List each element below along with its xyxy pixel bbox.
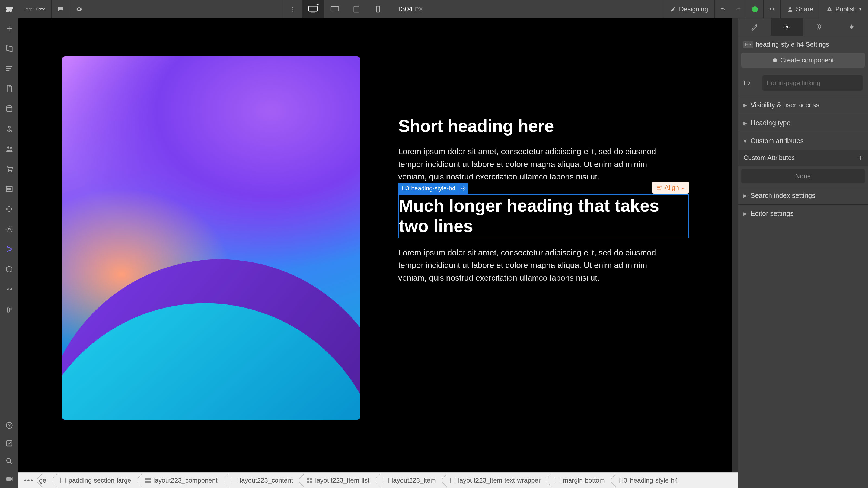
svg-line-27 (10, 462, 12, 464)
section-editor[interactable]: Editor settings (738, 205, 868, 222)
webflow-logo[interactable] (0, 0, 19, 19)
tab-style[interactable] (738, 19, 771, 35)
canvas[interactable]: Short heading here Lorem ipsum dolor sit… (19, 19, 733, 488)
designing-mode[interactable]: Designing (664, 0, 715, 19)
search-button[interactable] (0, 452, 19, 470)
selection-settings-button[interactable] (459, 183, 468, 194)
export-code-button[interactable] (763, 0, 780, 19)
box-icon (231, 478, 237, 483)
section-heading-type[interactable]: Heading type (738, 114, 868, 132)
caret-right-icon (744, 209, 747, 218)
caret-down-icon (744, 137, 747, 145)
paragraph-2[interactable]: Lorem ipsum dolor sit amet, consectetur … (398, 247, 675, 284)
align-label: Align (664, 184, 679, 191)
device-desktop[interactable] (324, 0, 346, 19)
device-switcher: ✦ (302, 0, 389, 19)
canvas-width: 1304 (397, 5, 413, 13)
page-selector[interactable]: Page: Home (19, 0, 52, 19)
users-panel-button[interactable] (0, 139, 19, 159)
svg-point-16 (10, 147, 12, 149)
device-tablet[interactable] (346, 0, 367, 19)
audit-button[interactable] (0, 434, 19, 452)
status-indicator[interactable] (746, 0, 763, 19)
comments-button[interactable] (52, 0, 70, 19)
section-search-index[interactable]: Search index settings (738, 187, 868, 204)
caret-right-icon (744, 192, 747, 199)
paragraph-1[interactable]: Lorem ipsum dolor sit amet, consectetur … (398, 145, 675, 183)
section-visibility[interactable]: Visibility & user access (738, 96, 868, 114)
page-name: Home (36, 7, 45, 11)
variables-button[interactable] (0, 279, 19, 299)
fonts-button[interactable]: {F (0, 299, 19, 319)
canvas-area: Short heading here Lorem ipsum dolor sit… (19, 19, 738, 488)
video-button[interactable] (0, 470, 19, 488)
id-input[interactable] (763, 75, 863, 91)
cms-button[interactable] (0, 99, 19, 119)
help-button[interactable]: ? (0, 416, 19, 434)
left-tool-rail: {F ? (0, 19, 19, 488)
publish-button[interactable]: Publish ▾ (820, 0, 868, 19)
logic-button[interactable] (0, 239, 19, 259)
undo-button[interactable] (714, 0, 731, 19)
breadcrumb-item[interactable]: padding-section-large (52, 473, 137, 488)
assets-button[interactable] (0, 179, 19, 199)
device-mobile[interactable] (367, 0, 389, 19)
element-type-badge: H3 (744, 41, 753, 48)
selection-tag[interactable]: H3 heading-style-h4 (398, 183, 468, 194)
users-button[interactable] (0, 119, 19, 139)
chevron-down-icon: ▾ (859, 6, 862, 12)
canvas-scrollbar[interactable] (733, 19, 738, 488)
svg-point-1 (292, 9, 293, 10)
pages-panel-button[interactable] (0, 78, 19, 99)
element-badge: H3 (619, 477, 627, 484)
section-custom-attributes[interactable]: Custom attributes (738, 132, 868, 150)
svg-point-33 (786, 26, 788, 28)
create-component-label: Create component (780, 56, 834, 64)
svg-point-15 (7, 147, 9, 149)
publish-label: Publish (835, 5, 857, 13)
breadcrumb-item[interactable]: margin-bottom (547, 473, 611, 488)
breadcrumb-item[interactable]: layout223_content (223, 473, 299, 488)
ecommerce-button[interactable] (0, 159, 19, 179)
components-button[interactable] (0, 259, 19, 279)
svg-rect-30 (657, 186, 661, 186)
add-attribute-button[interactable]: + (858, 154, 863, 162)
preview-button[interactable] (70, 0, 88, 19)
share-button[interactable]: Share (780, 0, 820, 19)
pages-button[interactable] (0, 38, 19, 59)
tab-style-manager[interactable] (803, 19, 836, 35)
create-component-button[interactable]: Create component (741, 53, 865, 68)
align-chip[interactable]: Align ⌄ (652, 182, 689, 194)
svg-point-26 (6, 458, 10, 462)
canvas-unit: PX (415, 6, 423, 13)
id-label: ID (744, 79, 757, 87)
device-desktop-large[interactable]: ✦ (302, 0, 324, 19)
breadcrumb-item[interactable]: layout223_item-list (299, 473, 375, 488)
canvas-size[interactable]: 1304 PX (397, 5, 423, 13)
attributes-none: None (741, 169, 865, 183)
tab-settings[interactable] (771, 19, 803, 35)
breadcrumb-truncated[interactable]: ge (37, 473, 52, 488)
canvas-menu-button[interactable] (284, 0, 302, 19)
svg-rect-31 (657, 187, 660, 188)
heading-short[interactable]: Short heading here (398, 116, 689, 136)
add-element-button[interactable] (0, 19, 19, 38)
breadcrumb-current[interactable]: H3heading-style-h4 (611, 473, 684, 488)
svg-rect-25 (6, 441, 12, 446)
breadcrumb-overflow[interactable]: ••• (21, 476, 37, 485)
svg-text:?: ? (8, 423, 10, 428)
breadcrumb-item[interactable]: layout223_component (137, 473, 223, 488)
heading-long-selected[interactable]: Much longer heading that takes two lines (398, 194, 689, 238)
selection-tag-type: H3 (401, 185, 409, 192)
apps-button[interactable] (0, 199, 19, 219)
svg-rect-11 (6, 68, 11, 69)
svg-rect-8 (376, 6, 379, 12)
breadcrumb-item[interactable]: layout223_item-text-wrapper (442, 473, 547, 488)
breadcrumb-item[interactable]: layout223_item (375, 473, 442, 488)
redo-button[interactable] (731, 0, 746, 19)
tab-interactions[interactable] (835, 19, 868, 35)
settings-button[interactable] (0, 219, 19, 239)
navigator-button[interactable] (0, 59, 19, 78)
settings-header: H3 heading-style-h4 Settings (738, 36, 868, 51)
hero-image[interactable] (62, 56, 360, 420)
